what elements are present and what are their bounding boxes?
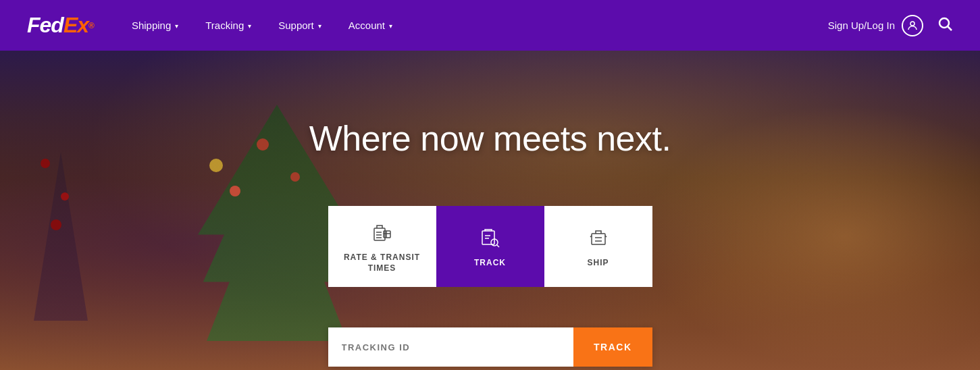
rate-transit-label: RATE & TRANSIT TIMES [342,253,423,273]
berry [51,219,61,230]
logo[interactable]: FedEx® [27,13,94,38]
hero-headline: Where now meets next. [309,118,671,159]
logo-dot: ® [88,21,94,30]
search-button[interactable] [937,16,953,36]
svg-rect-14 [592,234,605,244]
track-icon [477,224,504,251]
tracking-form: TRACK [328,327,652,367]
tracking-id-input[interactable] [328,327,574,367]
ornament [290,172,300,182]
nav-right: Sign Up/Log In [828,15,953,36]
svg-line-13 [496,245,499,248]
tab-ship[interactable]: SHIP [544,206,652,287]
chevron-down-icon: ▾ [318,22,321,30]
track-button[interactable]: TRACK [573,327,652,367]
nav-label-tracking: Tracking [205,20,244,31]
ornament [209,159,223,172]
svg-point-1 [939,18,949,28]
nav-label-shipping: Shipping [132,20,171,31]
track-label: TRACK [474,258,506,269]
nav-item-account[interactable]: Account ▾ [338,0,403,51]
chevron-down-icon: ▾ [248,22,251,30]
hero-section: Where now meets next. RATE & TRANSIT TIM… [0,51,980,370]
tab-track[interactable]: TRACK [436,206,544,287]
nav-item-tracking[interactable]: Tracking ▾ [195,0,262,51]
ship-icon [585,224,612,251]
user-icon [902,15,923,36]
svg-rect-9 [482,231,494,244]
sign-in-button[interactable]: Sign Up/Log In [828,15,923,36]
berry [61,192,69,201]
tab-rate-transit[interactable]: RATE & TRANSIT TIMES [328,206,436,287]
ornament [257,138,269,151]
main-navbar: FedEx® Shipping ▾ Tracking ▾ Support ▾ A… [0,0,980,51]
berry [41,159,50,168]
logo-fed-text: Fed [27,13,63,38]
sign-in-label: Sign Up/Log In [828,20,895,31]
nav-links: Shipping ▾ Tracking ▾ Support ▾ Account … [121,0,828,51]
nav-item-support[interactable]: Support ▾ [267,0,332,51]
nav-label-support: Support [278,20,314,31]
action-tabs: RATE & TRANSIT TIMES TRACK [328,206,652,287]
ornament [230,186,240,196]
svg-line-2 [948,26,952,30]
chevron-down-icon: ▾ [389,22,392,30]
chevron-down-icon: ▾ [175,22,178,30]
nav-label-account: Account [349,20,385,31]
hero-right-warmth [642,105,980,368]
svg-point-0 [910,22,914,26]
rate-transit-icon [369,219,396,246]
logo-ex-text: Ex [63,13,88,38]
ship-label: SHIP [587,258,609,269]
nav-item-shipping[interactable]: Shipping ▾ [121,0,189,51]
